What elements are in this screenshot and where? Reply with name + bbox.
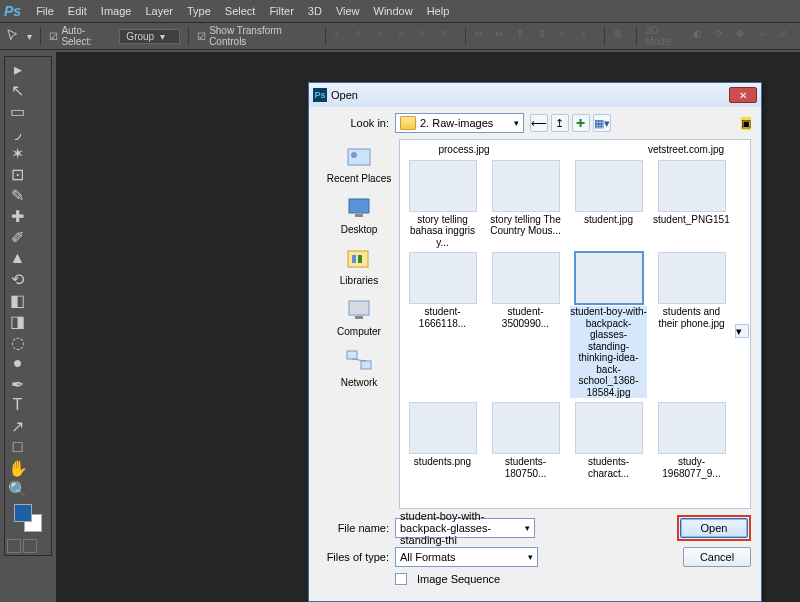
fg-color-swatch[interactable] (14, 504, 32, 522)
menu-file[interactable]: File (29, 2, 61, 20)
zoom-tool[interactable]: 🔍 (7, 479, 28, 499)
auto-select-checkbox[interactable]: ☑Auto-Select: (49, 25, 113, 47)
options-bar: ▾ ☑Auto-Select: Group▾ ☑Show Transform C… (0, 22, 800, 50)
marker-icon[interactable]: ▸ (7, 59, 28, 79)
filename-value: student-boy-with-backpack-glasses-standi… (400, 510, 530, 546)
file-item[interactable]: students-180750... (487, 402, 564, 479)
filetype-value: All Formats (400, 551, 456, 563)
blur-tool[interactable]: ◌ (7, 332, 28, 352)
file-item[interactable]: story telling bahasa inggris y... (404, 160, 481, 249)
history-brush-tool[interactable]: ⟲ (7, 269, 28, 289)
file-thumbnail (409, 252, 477, 304)
svg-rect-2 (349, 199, 369, 213)
menu-window[interactable]: Window (367, 2, 420, 20)
svg-rect-3 (355, 214, 363, 217)
file-item[interactable]: students and their phone.jpg (653, 252, 730, 398)
menu-select[interactable]: Select (218, 2, 263, 20)
look-in-value: 2. Raw-images (420, 117, 493, 129)
quickmask-toggle[interactable] (7, 539, 37, 553)
stamp-tool[interactable]: ▲ (7, 248, 28, 268)
folder-icon (400, 116, 416, 130)
auto-select-target[interactable]: Group▾ (119, 29, 180, 44)
marquee-tool[interactable]: ▭ (7, 101, 28, 121)
file-thumbnail (575, 160, 643, 212)
shape-tool[interactable]: □ (7, 437, 28, 457)
menu-filter[interactable]: Filter (262, 2, 300, 20)
crop-tool[interactable]: ⊡ (7, 164, 28, 184)
scroll-down-button[interactable]: ▾ (735, 324, 749, 338)
filetype-combo[interactable]: All Formats (395, 547, 538, 567)
type-tool[interactable]: T (7, 395, 28, 415)
nav-back-button[interactable]: ⟵ (530, 114, 548, 132)
file-item[interactable]: students.png (404, 402, 481, 479)
menu-3d[interactable]: 3D (301, 2, 329, 20)
file-thumbnail (492, 160, 560, 212)
place-libraries[interactable]: Libraries (340, 245, 378, 286)
filename-combo[interactable]: student-boy-with-backpack-glasses-standi… (395, 518, 535, 538)
pan-3d-icon: ✥ (736, 28, 751, 44)
wand-tool[interactable]: ✶ (7, 143, 28, 163)
svg-rect-5 (352, 255, 356, 263)
file-header[interactable]: process.jpg (438, 144, 489, 156)
menu-layer[interactable]: Layer (138, 2, 180, 20)
file-caption: student.jpg (584, 214, 633, 226)
adobe-bridge-button[interactable]: ▣ (741, 117, 751, 130)
look-in-combo[interactable]: 2. Raw-images (395, 113, 524, 133)
file-item[interactable]: student.jpg (570, 160, 647, 249)
svg-point-1 (351, 152, 357, 158)
mode-3d-label: 3D Mode: (645, 25, 687, 47)
menu-view[interactable]: View (329, 2, 367, 20)
menu-help[interactable]: Help (420, 2, 457, 20)
eraser-tool[interactable]: ◧ (7, 290, 28, 310)
eyedropper-tool[interactable]: ✎ (7, 185, 28, 205)
dodge-tool[interactable]: ● (7, 353, 28, 373)
place-desktop[interactable]: Desktop (341, 194, 378, 235)
dialog-titlebar: Ps Open ✕ (309, 83, 761, 107)
cancel-button[interactable]: Cancel (683, 547, 751, 567)
file-item[interactable]: student-1666118... (404, 252, 481, 398)
show-transform-checkbox[interactable]: ☑Show Transform Controls (197, 25, 317, 47)
nav-up-button[interactable]: ↥ (551, 114, 569, 132)
dialog-close-button[interactable]: ✕ (729, 87, 757, 103)
lasso-tool[interactable]: ◞ (7, 122, 28, 142)
file-item[interactable]: story telling The Country Mous... (487, 160, 564, 249)
move-tool[interactable]: ↖ (7, 80, 28, 100)
place-computer[interactable]: Computer (337, 296, 381, 337)
nav-view-button[interactable]: ▦▾ (593, 114, 611, 132)
autoalign-icon: ⊞ (613, 28, 628, 44)
brush-tool[interactable]: ✐ (7, 227, 28, 247)
image-sequence-checkbox[interactable] (395, 573, 407, 585)
menu-image[interactable]: Image (94, 2, 139, 20)
color-swatches[interactable] (7, 504, 49, 532)
tools-panel: ▸ ↖ ▭ ◞ ✶ ⊡ ✎ ✚ ✐ ▲ ⟲ ◧ ◨ ◌ ● ✒ T ↗ □ ✋ … (4, 56, 52, 556)
menu-edit[interactable]: Edit (61, 2, 94, 20)
file-thumbnail (409, 160, 477, 212)
file-caption: students-charact... (570, 456, 647, 479)
pen-tool[interactable]: ✒ (7, 374, 28, 394)
open-button[interactable]: Open (680, 518, 748, 538)
file-grid: process.jpg vetstreet.com.jpg story tell… (399, 139, 751, 509)
hand-tool[interactable]: ✋ (7, 458, 28, 478)
menu-type[interactable]: Type (180, 2, 218, 20)
file-caption: story telling The Country Mous... (487, 214, 564, 237)
file-item[interactable]: student_PNG151... (653, 160, 730, 249)
file-thumbnail (492, 402, 560, 454)
file-item[interactable]: students-charact... (570, 402, 647, 479)
healing-tool[interactable]: ✚ (7, 206, 28, 226)
place-recent[interactable]: Recent Places (327, 143, 391, 184)
file-thumbnail (492, 252, 560, 304)
filename-label: File name: (319, 522, 389, 534)
file-caption: students-180750... (487, 456, 564, 479)
path-tool[interactable]: ↗ (7, 416, 28, 436)
file-item[interactable]: student-3500990... (487, 252, 564, 398)
file-thumbnail (658, 402, 726, 454)
move-tool-icon (6, 28, 21, 44)
file-caption: students and their phone.jpg (653, 306, 730, 329)
gradient-tool[interactable]: ◨ (7, 311, 28, 331)
file-header[interactable]: vetstreet.com.jpg (648, 144, 724, 156)
file-item[interactable]: student-boy-with-backpack-glasses-standi… (570, 252, 647, 398)
nav-newfolder-button[interactable]: ✚ (572, 114, 590, 132)
file-item[interactable]: study-1968077_9... (653, 402, 730, 479)
image-sequence-label: Image Sequence (417, 573, 500, 585)
place-network[interactable]: Network (341, 347, 378, 388)
